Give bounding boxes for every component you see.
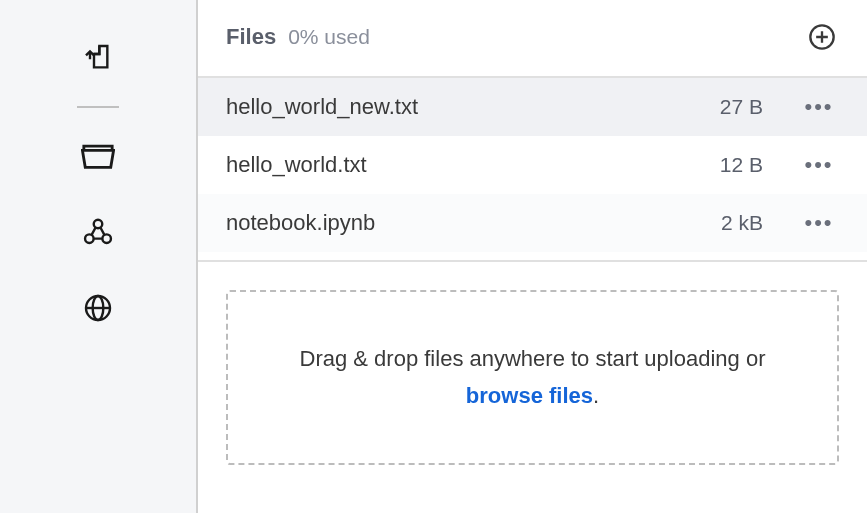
file-list: hello_world_new.txt27 B•••hello_world.tx… [198,78,867,252]
main-panel: Files 0% used hello_world_new.txt27 B•••… [198,0,867,513]
file-row[interactable]: hello_world_new.txt27 B••• [198,78,867,136]
dropzone[interactable]: Drag & drop files anywhere to start uplo… [226,290,839,465]
file-size: 27 B [713,95,763,119]
add-file-button[interactable] [805,20,839,54]
share-icon[interactable] [80,214,116,250]
file-row[interactable]: hello_world.txt12 B••• [198,136,867,194]
svg-point-0 [94,220,103,229]
file-name: hello_world_new.txt [226,94,713,120]
file-name: hello_world.txt [226,152,713,178]
svg-point-1 [85,234,94,243]
file-name: notebook.ipynb [226,210,713,236]
more-actions-icon[interactable]: ••• [799,210,839,236]
upload-file-icon[interactable] [80,40,116,76]
more-actions-icon[interactable]: ••• [799,94,839,120]
files-title: Files [226,24,276,50]
svg-point-2 [102,234,111,243]
more-actions-icon[interactable]: ••• [799,152,839,178]
file-size: 2 kB [713,211,763,235]
dropzone-text-suffix: . [593,383,599,408]
sidebar-divider [77,106,119,108]
sidebar [0,0,198,513]
file-row[interactable]: notebook.ipynb2 kB••• [198,194,867,252]
dropzone-text-prefix: Drag & drop files anywhere to start uplo… [300,346,766,371]
files-usage: 0% used [288,25,370,49]
browse-files-link[interactable]: browse files [466,383,593,408]
files-icon[interactable] [80,138,116,174]
divider [198,260,867,262]
globe-icon[interactable] [80,290,116,326]
files-header: Files 0% used [198,0,867,78]
file-size: 12 B [713,153,763,177]
